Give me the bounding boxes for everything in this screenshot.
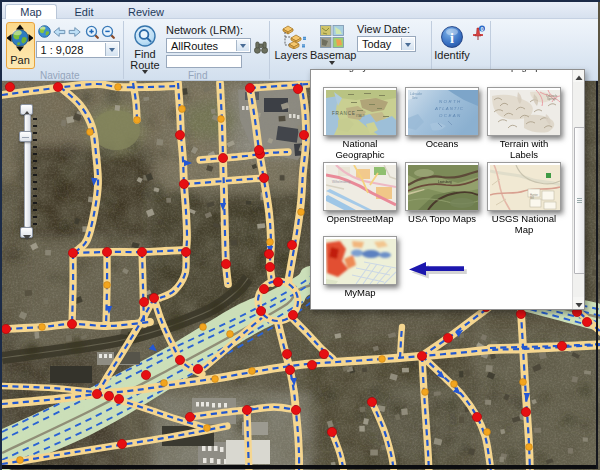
svg-text:i: i xyxy=(450,31,454,46)
svg-text:FRANCE: FRANCE xyxy=(332,111,356,116)
svg-text:Springs: Springs xyxy=(547,97,557,101)
svg-text:OCEAN: OCEAN xyxy=(439,113,462,118)
svg-text:Lewisburg: Lewisburg xyxy=(438,180,452,184)
svg-text:ITALY: ITALY xyxy=(356,114,366,118)
svg-text:ATLANTIC: ATLANTIC xyxy=(434,106,464,111)
svg-text:Mill: Mill xyxy=(530,196,534,200)
svg-text:0: 0 xyxy=(480,26,483,32)
svg-text:NORTH: NORTH xyxy=(439,99,462,104)
svg-text:Sea: Sea xyxy=(412,96,418,100)
svg-text:Wilhelmsburg: Wilhelmsburg xyxy=(332,180,351,184)
